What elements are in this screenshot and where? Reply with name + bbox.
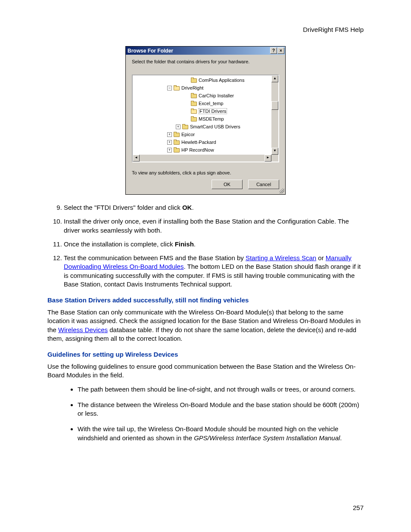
- link-wireless-devices[interactable]: Wireless Devices: [58, 326, 108, 333]
- folder-icon: [191, 93, 197, 98]
- tree-item-label: FTDI Drivers: [199, 108, 227, 114]
- heading-base-station: Base Station Drivers added successfully,…: [47, 296, 364, 304]
- tree-item[interactable]: CarChip Installer: [133, 92, 278, 100]
- tree-item[interactable]: +SmartCard USB Drivers: [133, 123, 278, 131]
- tree-item-label: CarChip Installer: [199, 93, 234, 98]
- folder-icon: [174, 85, 180, 90]
- folder-icon: [182, 124, 188, 129]
- expand-icon[interactable]: +: [167, 132, 172, 137]
- collapse-icon[interactable]: −: [167, 86, 172, 90]
- para-guidelines-intro: Use the following guidelines to ensure g…: [47, 362, 364, 380]
- scrollbar-corner: [271, 155, 278, 162]
- scroll-left-icon[interactable]: ◄: [133, 155, 140, 162]
- tree-item[interactable]: Excel_temp: [133, 100, 278, 107]
- tree-item[interactable]: +HP RecordNow: [133, 146, 278, 154]
- guideline-1: The path between them should be line-of-…: [78, 385, 364, 394]
- folder-icon: [174, 140, 180, 145]
- guideline-2: The distance between the Wireless On-Boa…: [78, 401, 364, 418]
- step-9: Select the "FTDI Drivers" folder and cli…: [64, 203, 364, 212]
- dialog-instruction: Select the folder that contains drivers …: [132, 59, 279, 64]
- tree-item[interactable]: +Hewlett-Packard: [133, 138, 278, 146]
- scroll-thumb[interactable]: [271, 101, 278, 110]
- vertical-scrollbar[interactable]: ▲ ▼: [271, 75, 278, 155]
- folder-icon: [191, 109, 197, 114]
- expand-icon[interactable]: +: [167, 140, 172, 145]
- tree-item[interactable]: −DriveRight: [133, 84, 278, 92]
- guidelines-list: The path between them should be line-of-…: [47, 385, 364, 442]
- scroll-up-icon[interactable]: ▲: [271, 75, 278, 82]
- tree-item-label: SmartCard USB Drivers: [190, 124, 240, 129]
- help-button[interactable]: ?: [270, 47, 277, 54]
- tree-item[interactable]: FTDI Drivers: [133, 107, 278, 115]
- close-button[interactable]: ×: [277, 47, 284, 54]
- expand-icon[interactable]: +: [176, 124, 181, 129]
- dialog-title: Browse For Folder: [128, 48, 173, 54]
- resize-grip-icon[interactable]: [279, 188, 284, 193]
- scroll-down-icon[interactable]: ▼: [271, 148, 278, 155]
- ok-button[interactable]: OK: [212, 180, 243, 189]
- scroll-right-icon[interactable]: ►: [265, 155, 271, 162]
- tree-item-label: DriveRight: [181, 85, 203, 90]
- tree-item-label: Epicor: [181, 132, 195, 137]
- dialog-titlebar: Browse For Folder ? ×: [126, 47, 285, 55]
- tree-item[interactable]: ComPlus Applications: [133, 76, 278, 84]
- folder-icon: [191, 116, 197, 121]
- horizontal-scrollbar[interactable]: ◄ ►: [133, 155, 278, 162]
- cancel-button[interactable]: Cancel: [248, 180, 279, 189]
- step-list: Select the "FTDI Drivers" folder and cli…: [47, 203, 364, 289]
- page-number: 257: [353, 504, 364, 511]
- tree-item-label: Excel_temp: [199, 101, 223, 106]
- link-starting-wireless-scan[interactable]: Starting a Wireless Scan: [246, 254, 316, 261]
- para-base-station: The Base Station can only communicate wi…: [47, 308, 364, 343]
- folder-icon: [191, 101, 197, 106]
- tree-item[interactable]: MSDETemp: [133, 115, 278, 123]
- expand-icon[interactable]: +: [167, 148, 172, 152]
- browse-folder-dialog: Browse For Folder ? × Select the folder …: [125, 46, 286, 195]
- folder-tree[interactable]: ComPlus Applications−DriveRightCarChip I…: [132, 75, 279, 162]
- step-10: Install the driver only once, even if in…: [64, 217, 364, 235]
- folder-icon: [174, 147, 180, 152]
- guideline-3: With the wire tail up, the Wireless On-B…: [78, 425, 364, 442]
- dialog-hint: To view any subfolders, click a plus sig…: [132, 170, 279, 175]
- tree-item-label: MSDETemp: [199, 116, 224, 121]
- tree-item[interactable]: +Epicor: [133, 131, 278, 138]
- step-11: Once the installation is complete, click…: [64, 240, 364, 249]
- folder-icon: [191, 78, 197, 83]
- folder-icon: [174, 132, 180, 137]
- tree-item-label: ComPlus Applications: [199, 78, 244, 83]
- tree-item-label: HP RecordNow: [181, 147, 214, 152]
- heading-guidelines: Guidelines for setting up Wireless Devic…: [47, 351, 364, 358]
- step-12: Test the communication between FMS and t…: [64, 254, 364, 289]
- page-header: DriveRight FMS Help: [47, 26, 364, 33]
- tree-item-label: Hewlett-Packard: [181, 140, 216, 145]
